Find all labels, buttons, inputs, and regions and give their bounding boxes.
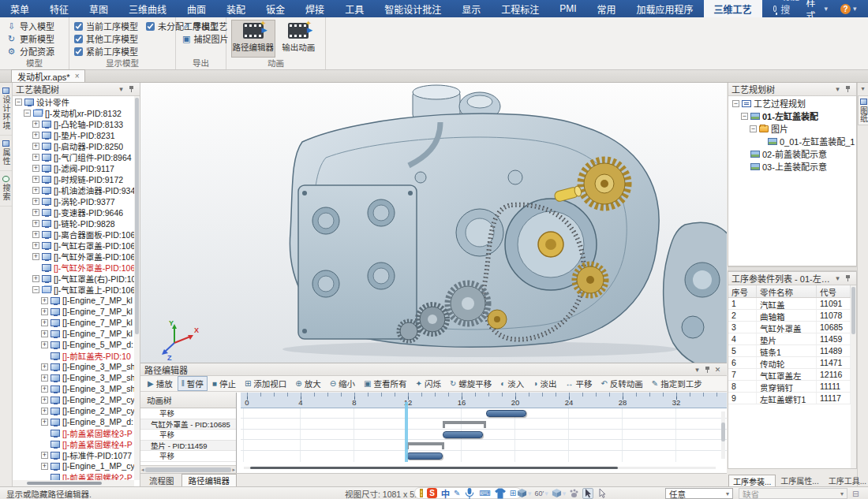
tree-item[interactable]: []-前盖紧固螺栓3-P: [13, 427, 134, 438]
column-header[interactable]: 零件名称: [757, 285, 817, 297]
tree-item[interactable]: []-Engine_7_MP_kl: [13, 328, 134, 339]
close-icon[interactable]: ✕: [713, 366, 723, 374]
expander-icon[interactable]: [32, 132, 39, 139]
expander-icon[interactable]: [758, 138, 765, 145]
tree-item[interactable]: []-时规链-PID:9172: [13, 173, 134, 184]
tree-item[interactable]: []-Engine_3_MP_sh: [13, 372, 134, 383]
path-editor-bottom-tab[interactable]: 流程图: [142, 474, 181, 486]
horizontal-scrollbar[interactable]: [244, 467, 716, 469]
tree-item[interactable]: []-气缸外罩盖-PID:106: [13, 251, 134, 262]
3d-viewport[interactable]: Y X Z: [140, 83, 727, 363]
tree-item[interactable]: []-变速器-PID:9646: [13, 207, 134, 218]
ruler-icon[interactable]: [420, 489, 423, 497]
tree-item[interactable]: []-垫片-PID:8231: [13, 129, 134, 140]
path-tool-button[interactable]: ✦ 闪烁: [412, 376, 445, 391]
expander-icon[interactable]: [24, 110, 31, 117]
tree-item[interactable]: []-Engine_2_MP_cy: [13, 405, 134, 416]
expander-icon[interactable]: [41, 430, 48, 437]
pin-icon[interactable]: [704, 366, 711, 374]
column-header[interactable]: 序号: [728, 285, 757, 297]
help-button[interactable]: ?▾: [835, 4, 862, 14]
animation-row[interactable]: 平移: [140, 430, 236, 441]
export-tool-button[interactable]: ⇗导出工艺: [181, 20, 221, 32]
tree-item[interactable]: []-发动机xr-PID:8132: [13, 107, 134, 118]
tree-item[interactable]: 设计零件: [13, 96, 134, 107]
microphone-icon[interactable]: [464, 488, 475, 499]
structure-icon[interactable]: ⊟: [852, 489, 859, 498]
tree-item[interactable]: []-Engine_3_MP_sh: [13, 383, 134, 394]
expander-icon[interactable]: [41, 363, 48, 371]
path-tool-button[interactable]: ⊞ 添加视口: [241, 376, 290, 391]
vertical-scrollbar[interactable]: [134, 96, 140, 480]
shade-cube-icon[interactable]: ▾: [552, 488, 567, 498]
keyboard-icon[interactable]: ⌨: [479, 489, 490, 497]
expander-icon[interactable]: [41, 452, 48, 459]
path-tool-button[interactable]: ↔ 平移: [561, 376, 596, 391]
grid-icon[interactable]: ⊞: [510, 489, 516, 497]
expander-icon[interactable]: [32, 198, 39, 205]
chevron-down-icon[interactable]: ▾: [832, 274, 843, 282]
tree-item[interactable]: []-气缸外罩盖-PID:106: [13, 262, 134, 273]
expander-icon[interactable]: [32, 209, 39, 216]
path-editor-bottom-tab[interactable]: 路径编辑器: [181, 474, 238, 486]
menu-item[interactable]: 工程标注: [491, 0, 549, 17]
timeline-ruler[interactable]: 048121620242832: [241, 393, 727, 408]
table-row[interactable]: 2 曲轴箱 11078: [728, 310, 851, 322]
expander-icon[interactable]: [32, 242, 39, 249]
tree-item[interactable]: []-涡轮-PID:9377: [13, 196, 134, 207]
expander-icon[interactable]: [41, 330, 48, 337]
expander-icon[interactable]: [32, 154, 39, 161]
menu-item[interactable]: 草图: [79, 0, 118, 17]
model-tool-button[interactable]: ↻更新模型: [5, 32, 64, 45]
expander-icon[interactable]: [41, 419, 48, 426]
model-tool-button[interactable]: ⚙分配资源: [5, 45, 64, 58]
expander-icon[interactable]: [32, 165, 39, 172]
menu-item[interactable]: 特征: [39, 0, 79, 17]
checkbox[interactable]: [74, 22, 83, 31]
checkbox[interactable]: [74, 35, 83, 43]
gantt-bar[interactable]: [406, 442, 444, 449]
tree-item[interactable]: []-Engine_1_MP_cy: [13, 460, 134, 471]
tree-item[interactable]: []-气缸右罩盖-PID:106: [13, 240, 134, 251]
expander-icon[interactable]: [32, 253, 39, 260]
path-tool-button[interactable]: ■ 停止: [208, 376, 240, 391]
right-bottom-tab[interactable]: 工序参装...: [728, 475, 776, 486]
expander-icon[interactable]: [32, 231, 39, 238]
sogou-logo-icon[interactable]: S: [427, 488, 437, 498]
menu-item[interactable]: 装配: [216, 0, 256, 17]
skin-shirt-icon[interactable]: [495, 488, 506, 499]
expander-icon[interactable]: [41, 474, 48, 481]
gantt-bar[interactable]: [406, 452, 443, 460]
left-vertical-tab[interactable]: 搜索: [0, 171, 12, 207]
animation-row[interactable]: 垫片 - PID:11459: [140, 441, 236, 452]
tree-item[interactable]: []-前盖紧固螺栓2-P: [13, 471, 134, 480]
horizontal-scrollbar[interactable]: ◂▸: [140, 465, 236, 473]
table-row[interactable]: 9 左缸盖螺钉1 11117: [728, 393, 851, 404]
tree-item[interactable]: 03-上盖装配示意: [730, 160, 855, 173]
expander-icon[interactable]: [32, 275, 39, 282]
function-search[interactable]: 功能搜索...: [773, 0, 801, 17]
expander-icon[interactable]: [41, 297, 48, 304]
left-vertical-tab[interactable]: 属性: [0, 136, 12, 171]
tree-item[interactable]: []-链轮-PID:9828: [13, 218, 134, 229]
tree-item[interactable]: []-气缸罩盖(右)-PID:10: [13, 273, 134, 284]
expander-icon[interactable]: [732, 100, 739, 107]
expander-icon[interactable]: [41, 319, 48, 326]
expander-icon[interactable]: [32, 121, 39, 128]
gantt-bar[interactable]: [443, 421, 485, 428]
expander-icon[interactable]: [741, 113, 748, 120]
tree-item[interactable]: []-机油滤油器-PID:934: [13, 184, 134, 196]
ime-mode-label[interactable]: 中: [441, 487, 450, 499]
expander-icon[interactable]: [41, 374, 48, 382]
expander-icon[interactable]: [41, 385, 48, 393]
expander-icon[interactable]: [32, 187, 39, 194]
animation-row[interactable]: 气缸外罩盖 - PID:10685: [140, 419, 236, 430]
expander-icon[interactable]: [41, 308, 48, 315]
expander-icon[interactable]: [750, 125, 757, 132]
tree-item[interactable]: []-标准件-PID:1077: [13, 449, 134, 460]
menu-item[interactable]: 工具: [335, 0, 374, 17]
menu-item[interactable]: 常用: [587, 0, 627, 17]
export-tool-button[interactable]: ▣捕捉图片: [181, 32, 221, 45]
menu-item[interactable]: 菜单: [0, 0, 39, 17]
path-tool-button[interactable]: ↶ 反转动画: [597, 376, 646, 391]
